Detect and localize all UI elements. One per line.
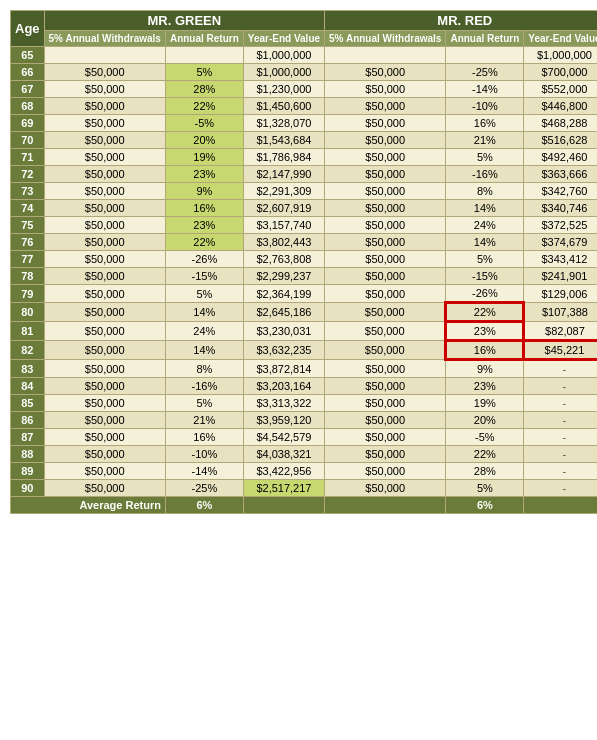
footer-red-avg: 6% [446,497,524,514]
withdrawal-red-cell: $50,000 [325,378,446,395]
annual-return-green-cell: 5% [165,64,243,81]
table-row: 67$50,00028%$1,230,000$50,000-14%$552,00… [11,81,598,98]
annual-return-green-cell: -15% [165,268,243,285]
year-end-green-cell: $1,543,684 [243,132,324,149]
age-cell: 85 [11,395,45,412]
withdrawal-green-cell: $50,000 [44,463,165,480]
table-row: 88$50,000-10%$4,038,321$50,00022%- [11,446,598,463]
annual-return-red-cell [446,47,524,64]
age-cell: 73 [11,183,45,200]
annual-return-red-cell: 22% [446,446,524,463]
withdrawal-red-cell: $50,000 [325,149,446,166]
annual-return-red-cell: 19% [446,395,524,412]
withdrawal-green-cell: $50,000 [44,64,165,81]
table-row: 83$50,0008%$3,872,814$50,0009%- [11,360,598,378]
age-cell: 79 [11,285,45,303]
year-end-green-cell: $4,542,579 [243,429,324,446]
annual-return-red-cell: 20% [446,412,524,429]
withdrawal-red-cell: $50,000 [325,183,446,200]
withdrawal-green-cell: $50,000 [44,412,165,429]
year-end-green-cell: $3,959,120 [243,412,324,429]
year-end-green-cell: $2,291,309 [243,183,324,200]
withdrawal-red-cell: $50,000 [325,322,446,341]
withdrawal-green-cell: $50,000 [44,285,165,303]
withdrawal-green-cell: $50,000 [44,395,165,412]
withdrawal-green-cell: $50,000 [44,429,165,446]
year-end-red-cell: $129,006 [524,285,597,303]
withdrawal-red-cell: $50,000 [325,303,446,322]
year-end-green-cell: $1,786,984 [243,149,324,166]
table-row: 72$50,00023%$2,147,990$50,000-16%$363,66… [11,166,598,183]
withdrawal-red-cell: $50,000 [325,98,446,115]
annual-return-red-cell: 21% [446,132,524,149]
year-end-green-cell: $3,203,164 [243,378,324,395]
table-row: 65$1,000,000$1,000,000 [11,47,598,64]
footer-spacer1 [243,497,324,514]
data-table: Age MR. GREEN MR. RED 5% Annual Withdraw… [10,10,597,514]
withdrawal-green-cell: $50,000 [44,166,165,183]
year-end-red-cell: $343,412 [524,251,597,268]
withdrawal-red-cell: $50,000 [325,463,446,480]
year-end-green-cell: $3,632,235 [243,341,324,360]
table-row: 78$50,000-15%$2,299,237$50,000-15%$241,9… [11,268,598,285]
age-cell: 77 [11,251,45,268]
annual-return-green-cell: 22% [165,234,243,251]
table-row: 71$50,00019%$1,786,984$50,0005%$492,460 [11,149,598,166]
annual-return-green-cell: 14% [165,341,243,360]
annual-return-green-cell: 16% [165,429,243,446]
table-row: 76$50,00022%$3,802,443$50,00014%$374,679 [11,234,598,251]
table-row: 66$50,0005%$1,000,000$50,000-25%$700,000 [11,64,598,81]
annual-return-green-cell: 23% [165,217,243,234]
year-end-green-cell: $2,517,217 [243,480,324,497]
year-end-green-cell: $2,299,237 [243,268,324,285]
withdrawal-red-cell: $50,000 [325,217,446,234]
age-cell: 89 [11,463,45,480]
annual-return-green-cell: 16% [165,200,243,217]
year-end-green-cell: $2,645,186 [243,303,324,322]
age-cell: 72 [11,166,45,183]
age-cell: 69 [11,115,45,132]
withdrawal-green-cell: $50,000 [44,303,165,322]
year-end-red-cell: $516,628 [524,132,597,149]
annual-return-green-cell: 5% [165,285,243,303]
age-header: Age [11,11,45,47]
annual-return-green-header: Annual Return [165,31,243,47]
year-end-red-cell: $363,666 [524,166,597,183]
withdrawal-green-cell: $50,000 [44,183,165,200]
table-row: 82$50,00014%$3,632,235$50,00016%$45,221 [11,341,598,360]
age-cell: 74 [11,200,45,217]
withdrawal-red-cell: $50,000 [325,429,446,446]
annual-return-red-cell: -16% [446,166,524,183]
annual-return-green-cell: 8% [165,360,243,378]
age-cell: 70 [11,132,45,149]
annual-return-green-cell: -14% [165,463,243,480]
table-row: 85$50,0005%$3,313,322$50,00019%- [11,395,598,412]
age-cell: 71 [11,149,45,166]
withdrawal-red-cell: $50,000 [325,412,446,429]
annual-return-red-cell: -10% [446,98,524,115]
age-cell: 81 [11,322,45,341]
main-table-container: Age MR. GREEN MR. RED 5% Annual Withdraw… [10,10,587,514]
annual-return-green-cell: 9% [165,183,243,200]
withdrawal-green-cell: $50,000 [44,378,165,395]
withdrawal-red-cell [325,47,446,64]
age-cell: 66 [11,64,45,81]
year-end-red-cell: $468,288 [524,115,597,132]
year-end-red-cell: $446,800 [524,98,597,115]
year-end-green-cell: $2,763,808 [243,251,324,268]
annual-return-red-cell: 28% [446,463,524,480]
withdrawal-red-cell: $50,000 [325,234,446,251]
age-cell: 68 [11,98,45,115]
year-end-red-cell: $492,460 [524,149,597,166]
year-end-red-cell: - [524,480,597,497]
annual-return-red-cell: 5% [446,251,524,268]
age-cell: 88 [11,446,45,463]
annual-return-green-cell: 5% [165,395,243,412]
annual-return-red-cell: 14% [446,200,524,217]
year-end-green-cell: $1,230,000 [243,81,324,98]
year-end-green-cell: $1,450,600 [243,98,324,115]
withdrawal-red-cell: $50,000 [325,268,446,285]
year-end-green-cell: $2,607,919 [243,200,324,217]
withdrawal-red-cell: $50,000 [325,81,446,98]
footer-spacer3 [524,497,597,514]
